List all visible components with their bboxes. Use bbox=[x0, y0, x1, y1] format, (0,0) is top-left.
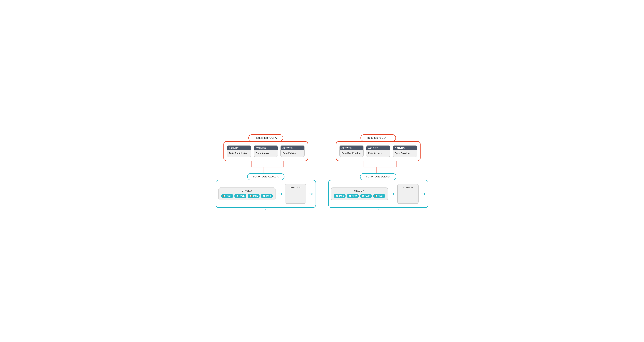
gdpr-task-1: 📋 TASK bbox=[334, 194, 346, 198]
ccpa-task-2: 📋 TASK bbox=[234, 194, 246, 198]
gdpr-section: Regulation: GDPR ACTIVITY: Data Rectific… bbox=[328, 134, 428, 208]
gdpr-regulation-label: Regulation: GDPR bbox=[367, 136, 390, 139]
ccpa-section: Regulation: CCPA ACTIVITY: Data Rectific… bbox=[216, 134, 316, 208]
ccpa-flow-down-arrow: ↓ bbox=[265, 206, 267, 211]
ccpa-regulation-label: Regulation: CCPA bbox=[255, 136, 277, 139]
task-icon-4: 📋 bbox=[262, 195, 265, 197]
ccpa-stage-b: STAGE B bbox=[285, 184, 306, 204]
ccpa-activity-3: ACTIVITY: Data Deletion bbox=[280, 145, 305, 157]
gdpr-activity-3: ACTIVITY: Data Deletion bbox=[393, 145, 417, 157]
gdpr-activity-1-body: Data Rectification bbox=[340, 150, 363, 157]
gdpr-activity-3-header: ACTIVITY: bbox=[393, 145, 417, 150]
ccpa-stage-a-title: STAGE A bbox=[221, 190, 272, 192]
gdpr-activity-1-header: ACTIVITY: bbox=[340, 145, 363, 150]
ccpa-stage-a: STAGE A 📋 TASK 📋 TASK 📋 TASK bbox=[218, 188, 275, 200]
ccpa-stage-b-title: STAGE B bbox=[287, 186, 304, 189]
gdpr-stage-b-title: STAGE B bbox=[400, 186, 416, 189]
ccpa-task-4: 📋 TASK bbox=[261, 194, 273, 198]
gdpr-arrow-2: ➔ bbox=[421, 191, 426, 197]
ccpa-task-3: 📋 TASK bbox=[248, 194, 260, 198]
task-icon-3: 📋 bbox=[250, 195, 252, 197]
gdpr-activity-2: ACTIVITY: Data Access bbox=[366, 145, 390, 157]
gdpr-stage-a: STAGE A 📋 TASK 📋 TASK 📋 TASK bbox=[331, 188, 388, 200]
ccpa-arrow-2: ➔ bbox=[308, 191, 313, 197]
gdpr-task-icon-4: 📋 bbox=[375, 195, 378, 197]
gdpr-connector bbox=[328, 161, 428, 173]
ccpa-activity-1-body: Data Rectification bbox=[227, 150, 251, 157]
task-icon-1: 📋 bbox=[223, 195, 226, 197]
gdpr-task-icon-1: 📋 bbox=[336, 195, 338, 197]
gdpr-task-icon-3: 📋 bbox=[362, 195, 364, 197]
ccpa-activity-3-body: Data Deletion bbox=[281, 150, 304, 157]
gdpr-stage-a-title: STAGE A bbox=[334, 190, 385, 192]
diagram-container: Regulation: CCPA ACTIVITY: Data Rectific… bbox=[216, 134, 428, 208]
gdpr-arrow-1: ➔ bbox=[390, 191, 395, 197]
ccpa-activity-1: ACTIVITY: Data Rectification bbox=[227, 145, 251, 157]
ccpa-connector bbox=[216, 161, 316, 173]
gdpr-regulation-box: ACTIVITY: Data Rectification ACTIVITY: D… bbox=[336, 141, 420, 161]
ccpa-arrow-1: ➔ bbox=[278, 191, 282, 197]
gdpr-activity-2-header: ACTIVITY: bbox=[366, 145, 390, 150]
task-icon-2: 📋 bbox=[236, 195, 239, 197]
gdpr-task-grid: 📋 TASK 📋 TASK 📋 TASK 📋 TASK bbox=[334, 194, 385, 198]
ccpa-flow-pill: FLOW: Data Access A bbox=[247, 173, 284, 180]
gdpr-connector-svg bbox=[328, 161, 428, 173]
ccpa-activity-1-header: ACTIVITY: bbox=[227, 145, 251, 150]
ccpa-flow-box: STAGE A 📋 TASK 📋 TASK 📋 TASK bbox=[216, 180, 316, 208]
gdpr-task-4: 📋 TASK bbox=[373, 194, 385, 198]
ccpa-regulation-box: ACTIVITY: Data Rectification ACTIVITY: D… bbox=[224, 141, 308, 161]
ccpa-activity-2: ACTIVITY: Data Access bbox=[254, 145, 278, 157]
ccpa-activity-3-header: ACTIVITY: bbox=[281, 145, 304, 150]
gdpr-task-2: 📋 TASK bbox=[347, 194, 359, 198]
ccpa-activity-2-header: ACTIVITY: bbox=[254, 145, 278, 150]
gdpr-flow-down-arrow: ↓ bbox=[377, 206, 379, 211]
gdpr-activity-3-body: Data Deletion bbox=[393, 150, 417, 157]
gdpr-regulation-pill: Regulation: GDPR bbox=[360, 134, 396, 141]
gdpr-task-3: 📋 TASK bbox=[360, 194, 372, 198]
ccpa-activity-2-body: Data Access bbox=[254, 150, 278, 157]
ccpa-regulation-pill: Regulation: CCPA bbox=[248, 134, 284, 141]
ccpa-flow-label: FLOW: Data Access A bbox=[253, 175, 278, 178]
gdpr-stage-b: STAGE B bbox=[397, 184, 418, 204]
gdpr-activity-2-body: Data Access bbox=[366, 150, 390, 157]
ccpa-task-grid: 📋 TASK 📋 TASK 📋 TASK 📋 TASK bbox=[221, 194, 272, 198]
gdpr-task-icon-2: 📋 bbox=[348, 195, 351, 197]
ccpa-task-1: 📋 TASK bbox=[221, 194, 233, 198]
gdpr-flow-label: FLOW: Data Deletion bbox=[366, 175, 390, 178]
gdpr-flow-pill: FLOW: Data Deletion bbox=[360, 173, 396, 180]
gdpr-activity-1: ACTIVITY: Data Rectification bbox=[339, 145, 364, 157]
gdpr-flow-box: STAGE A 📋 TASK 📋 TASK 📋 TASK bbox=[328, 180, 428, 208]
ccpa-connector-svg bbox=[216, 161, 316, 173]
